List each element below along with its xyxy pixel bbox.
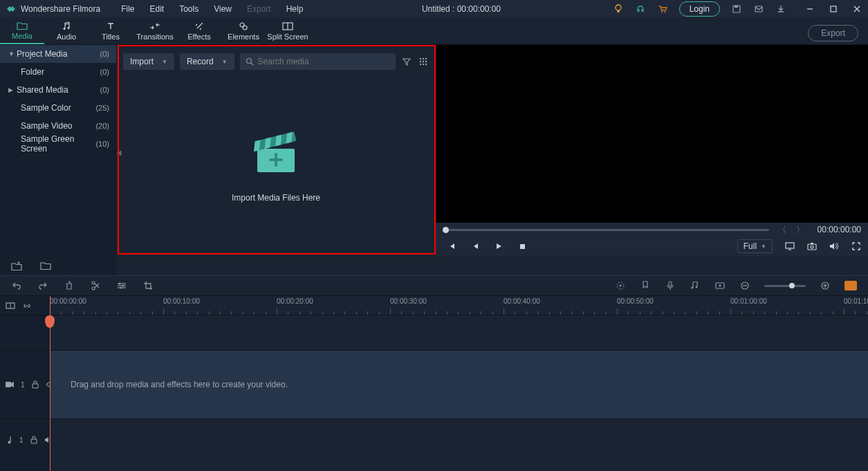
go-to-start-icon[interactable]: [447, 241, 456, 251]
marker-icon[interactable]: [640, 280, 651, 291]
crop-icon[interactable]: [142, 280, 154, 291]
sidebar-item-shared-media[interactable]: ▶ Shared Media (0): [0, 81, 116, 99]
timeline-ruler[interactable]: 00:00:00:0000:00:10:0000:00:20:0000:00:3…: [50, 296, 868, 315]
clip-track[interactable]: [50, 315, 868, 350]
close-button[interactable]: [851, 3, 862, 15]
step-back-icon[interactable]: [470, 241, 480, 251]
video-track-header[interactable]: 1: [0, 350, 50, 419]
audio-track[interactable]: [50, 419, 868, 461]
tab-split-screen[interactable]: Split Screen: [266, 18, 310, 44]
tab-titles[interactable]: Titles: [89, 18, 133, 44]
svg-point-23: [425, 61, 427, 62]
svg-point-26: [425, 64, 427, 65]
chevron-down-icon: ▼: [761, 243, 766, 250]
tab-effects[interactable]: Effects: [177, 18, 221, 44]
link-icon[interactable]: [22, 300, 32, 311]
chevron-right-icon: ▶: [8, 86, 17, 93]
menu-edit[interactable]: Edit: [143, 1, 172, 17]
tab-audio[interactable]: Audio: [44, 18, 89, 44]
media-sidebar: ▼ Project Media (0) Folder (0) ▶ Shared …: [0, 45, 116, 256]
render-icon[interactable]: [615, 280, 626, 291]
menu-help[interactable]: Help: [279, 1, 311, 17]
audio-mixer-icon[interactable]: [690, 280, 701, 291]
volume-icon[interactable]: [829, 241, 839, 251]
audio-track-icon: [6, 436, 12, 444]
svg-point-13: [243, 26, 247, 30]
tab-transitions[interactable]: Transitions: [133, 18, 177, 44]
sidebar-item-sample-color[interactable]: Sample Color (25): [0, 99, 116, 117]
ruler-label: 00:01:00:00: [730, 297, 767, 305]
edit-tools-icon[interactable]: [116, 280, 127, 291]
split-icon[interactable]: [90, 280, 101, 291]
mail-icon[interactable]: [753, 3, 764, 15]
open-folder-icon[interactable]: [40, 260, 51, 271]
search-input[interactable]: [258, 57, 390, 66]
audio-track-header[interactable]: 1: [0, 419, 50, 461]
keyframe-icon[interactable]: [714, 280, 726, 291]
redo-icon[interactable]: [37, 280, 48, 291]
zoom-slider[interactable]: [764, 285, 806, 287]
download-icon[interactable]: [775, 3, 786, 15]
lock-icon[interactable]: [32, 380, 39, 389]
color-marker[interactable]: [844, 281, 857, 290]
stop-icon[interactable]: [517, 241, 527, 251]
sidebar-item-sample-video[interactable]: Sample Video (20): [0, 117, 116, 135]
menu-export[interactable]: Export: [240, 1, 278, 17]
display-icon[interactable]: [785, 241, 795, 251]
menu-file[interactable]: File: [114, 1, 141, 17]
lock-icon[interactable]: [30, 436, 37, 444]
svg-point-51: [696, 286, 698, 288]
playhead[interactable]: [50, 296, 50, 471]
new-folder-icon[interactable]: [11, 260, 22, 271]
import-dropdown[interactable]: Import ▼: [123, 53, 174, 70]
tab-media[interactable]: Media: [0, 18, 44, 44]
ruler-label: 00:00:20:00: [277, 297, 313, 305]
zoom-in-icon[interactable]: [820, 280, 831, 291]
quality-dropdown[interactable]: Full▼: [737, 239, 773, 253]
support-icon[interactable]: [635, 3, 646, 15]
menu-tools[interactable]: Tools: [172, 1, 205, 17]
preview-screen[interactable]: [436, 45, 868, 223]
ruler-label: 00:01:10:0: [844, 297, 868, 305]
svg-rect-8: [831, 6, 836, 12]
folder-icon: [17, 21, 28, 30]
media-drop-zone[interactable]: Import Media Files Here: [116, 74, 436, 256]
prev-frame-icon[interactable]: 〈: [777, 225, 787, 234]
sidebar-item-folder[interactable]: Folder (0): [0, 63, 116, 81]
save-icon[interactable]: [731, 3, 742, 15]
svg-point-50: [692, 287, 694, 289]
undo-icon[interactable]: [11, 280, 22, 291]
svg-point-22: [423, 61, 424, 62]
filter-icon[interactable]: [401, 56, 412, 67]
play-icon[interactable]: [494, 241, 504, 251]
next-frame-icon[interactable]: 〉: [795, 225, 805, 234]
record-dropdown[interactable]: Record ▼: [180, 53, 234, 70]
minimize-button[interactable]: [804, 3, 815, 15]
video-track[interactable]: Drag and drop media and effects here to …: [50, 350, 868, 419]
grid-view-icon[interactable]: [418, 56, 429, 67]
cart-icon[interactable]: [657, 3, 668, 15]
tab-elements[interactable]: Elements: [221, 18, 266, 44]
tips-icon[interactable]: [613, 3, 624, 15]
delete-icon[interactable]: [64, 280, 75, 291]
login-button[interactable]: Login: [679, 1, 720, 17]
zoom-out-icon[interactable]: [739, 280, 750, 291]
drop-text: Import Media Files Here: [232, 193, 320, 203]
timeline-settings-icon[interactable]: [6, 300, 15, 311]
snapshot-icon[interactable]: [807, 241, 817, 251]
search-icon: [246, 57, 254, 66]
menu-view[interactable]: View: [207, 1, 239, 17]
sidebar-item-project-media[interactable]: ▼ Project Media (0): [0, 45, 116, 63]
tab-label: Audio: [57, 33, 76, 41]
seek-slider[interactable]: [443, 229, 769, 231]
svg-point-3: [664, 11, 665, 12]
sidebar-item-sample-green-screen[interactable]: Sample Green Screen (10): [0, 135, 116, 153]
fullscreen-icon[interactable]: [851, 241, 861, 251]
svg-point-18: [420, 58, 421, 59]
maximize-button[interactable]: [828, 3, 839, 15]
document-title: Untitled : 00:00:00:00: [310, 4, 612, 14]
tab-label: Media: [12, 32, 33, 40]
voiceover-icon[interactable]: [665, 280, 676, 291]
search-box[interactable]: [240, 53, 396, 70]
export-button[interactable]: Export: [808, 25, 858, 41]
